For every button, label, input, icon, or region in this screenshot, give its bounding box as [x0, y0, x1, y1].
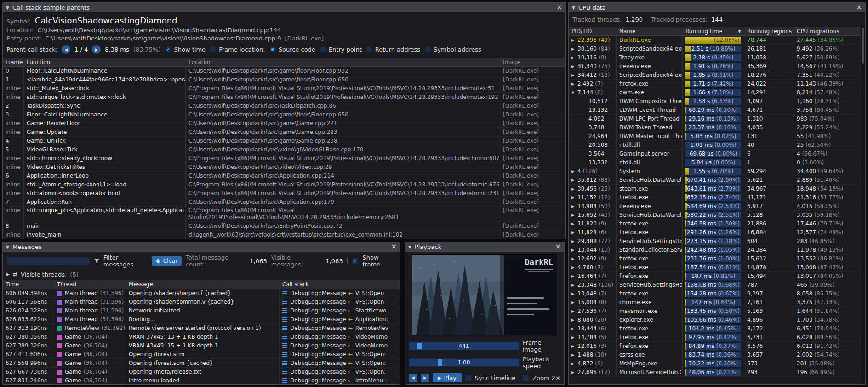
cpu-row[interactable]: ▶29,388(77)ServiceHub.SettingsHost273.15…	[569, 237, 865, 246]
expand-icon[interactable]: ▶	[571, 274, 577, 278]
cpu-row[interactable]: ▶34,412(18)ScriptedSandbox64.exe1.85 s (…	[569, 71, 865, 80]
callstack-frame-row[interactable]: inlineGame::UpdateC:\Users\wolf\Desktop\…	[3, 128, 565, 137]
expand-icon[interactable]: ▶	[571, 178, 577, 182]
message-callstack[interactable]: DebugLog::Message←VFS::Open:	[280, 350, 400, 358]
cpu-row[interactable]: 24,964DWM Master Input Thread5.03 ms (0.…	[569, 132, 865, 141]
cpu-row[interactable]: 13,132uDWM Event Thread68.29 ms (0.30%)4…	[569, 106, 865, 115]
expand-icon[interactable]: ▶	[571, 204, 577, 208]
cpu-row[interactable]: ▶8,080(20)explorer.exe105.66 ms (0.46%)4…	[569, 316, 865, 324]
show-frame-label[interactable]: Show frame	[363, 254, 396, 268]
cpu-row[interactable]: ▶1,488(10)csrss.exe83.74 ms (0.36%)3,657…	[569, 351, 865, 359]
cpu-row[interactable]: 3,748DWM Token Thread23.37 ms (0.10%)4,0…	[569, 123, 865, 132]
cpu-row[interactable]: ▶22,396(49)DarkRL.exe(12.06%)78,74427,44…	[569, 36, 865, 45]
message-row[interactable]: 627,380,356nsGame(36,704)VRAM 37x45: 13 …	[3, 333, 400, 341]
zoom-2x-label[interactable]: Zoom 2×	[532, 375, 560, 381]
prev-frame-button[interactable]: ◀	[409, 374, 417, 382]
expand-icon[interactable]: ▶	[571, 47, 577, 51]
callstack-frame-row[interactable]: inlinestd::_Atomic_storage<bool,1>::load…	[3, 180, 565, 189]
expand-icon[interactable]: ▶	[571, 344, 577, 348]
expand-icon[interactable]: ▶	[571, 239, 577, 243]
expand-icon[interactable]: ▶	[571, 187, 577, 191]
callstack-frame-row[interactable]: 6Application::InnerLoopC:\Users\wolf\Des…	[3, 172, 565, 180]
cpu-row[interactable]: 10,512DWM Compositor Thread1.53 s (6.63%…	[569, 97, 865, 106]
expand-icon[interactable]: ▶	[571, 213, 577, 217]
sync-timeline-label[interactable]: Sync timeline	[475, 375, 515, 381]
callstack-frame-row[interactable]: 7Application::RunC:\Users\wolf\Desktop\d…	[3, 198, 565, 207]
message-callstack[interactable]: DebugLog::Message←VFS::Open	[280, 298, 400, 306]
radio-entry-point-label[interactable]: Entry point	[329, 46, 362, 53]
show-frame-checkbox[interactable]	[352, 258, 359, 265]
next-frame-button[interactable]: ▶	[421, 374, 429, 382]
radio-entry-point[interactable]	[320, 46, 326, 53]
cpu-row[interactable]: ▶31,340(75)devenv.exe1.91 s (8.26%)35,36…	[569, 62, 865, 71]
column-running-regions[interactable]: Running regions	[744, 27, 794, 35]
cpu-row[interactable]: ▶4(126)System1.55 s (6.70%)69,29434,400(…	[569, 167, 865, 176]
playback-speed-slider[interactable]: 1.00	[409, 358, 519, 367]
cpu-row[interactable]: ▶16,464(7)firefox.exe187 ms (0.81%)15,49…	[569, 272, 865, 281]
message-row[interactable]: 627,558,996nsGame(36,704)Opening /forest…	[3, 359, 400, 368]
cpu-row[interactable]: 3,564GameInput server69.68 us (0.00%)64(…	[569, 150, 865, 158]
cpu-row[interactable]: ▶11,820(9)firefox.exe346.58 ms (1.50%)21…	[569, 219, 865, 228]
callstack-frame-row[interactable]: inlinestd::atomic<bool>::operator boolC:…	[3, 189, 565, 198]
column-cpu-migrations[interactable]: CPU migrations	[794, 27, 865, 35]
callstack-frame-row[interactable]: inlinestd::chrono::steady_clock::nowC:\P…	[3, 154, 565, 163]
callstack-frame-row[interactable]: inlinestd::unique_lock<std::mutex>::lock…	[3, 93, 565, 102]
expand-icon[interactable]: ▶	[571, 196, 577, 200]
cpu-row[interactable]: 13,732ntdll.dll5.84 us (0.00%)10(0.00%)	[569, 158, 865, 167]
cpu-row[interactable]: ▶13,044(10)StandardCollector.Servic242.4…	[569, 246, 865, 254]
cpu-row[interactable]: ▶14,984(50)devenv.exe584.69 ms (2.53%)6,…	[569, 202, 865, 211]
expand-icon[interactable]: ▶	[571, 169, 577, 173]
play-button[interactable]: ▶ Play	[433, 373, 462, 382]
message-row[interactable]: 606,117,568nsMain thread(31,596)Opening …	[3, 298, 400, 306]
expand-icon[interactable]: ▶	[571, 318, 577, 322]
expand-icon[interactable]: ▶	[571, 266, 577, 270]
message-callstack[interactable]: DebugLog::Message←VideoMemo	[280, 333, 400, 341]
sync-timeline-checkbox[interactable]	[465, 375, 472, 381]
clear-button[interactable]: ⊗ Clear	[152, 256, 182, 266]
collapse-icon[interactable]: ▼	[408, 245, 411, 249]
cpu-row[interactable]: ▶27,696(17)Microsoft.ServiceHub.Co48.06 …	[569, 368, 865, 377]
expand-icon[interactable]: ▶	[571, 257, 577, 261]
expand-icon[interactable]: ▶	[571, 73, 577, 77]
cpu-row[interactable]: ▶35,812(88)ServiceHub.DataWareho670.41 m…	[569, 176, 865, 185]
callstack-frame-row[interactable]: inlineVideo::GetTicksHiResC:\Users\wolf\…	[3, 163, 565, 172]
expand-icon[interactable]: ▶	[571, 309, 577, 313]
message-callstack[interactable]: DebugLog::Message←RemoteViev	[280, 324, 400, 332]
filter-input[interactable]	[6, 257, 90, 266]
callstack-frame-row[interactable]: inlineinvoke_maind:\agent\_work\63\s\src…	[3, 231, 565, 239]
expand-icon[interactable]: ▶	[571, 82, 577, 86]
cpu-row[interactable]: ▶11,152(12)firefox.exe632.15 ms (2.74%)4…	[569, 193, 865, 202]
frame-image-slider[interactable]: 441	[409, 342, 519, 350]
scrollbar-thumb[interactable]	[862, 28, 864, 64]
close-icon[interactable]: ×	[856, 4, 862, 11]
close-icon[interactable]: ×	[555, 243, 561, 250]
callstack-frame-row[interactable]: 8mainC:\Users\wolf\Desktop\darkrl\src\En…	[3, 222, 565, 231]
cpu-row[interactable]: ▶11,828(6)firefox.exe291.26 ms (1.26%)16…	[569, 228, 865, 237]
message-callstack[interactable]: DebugLog::Message←VideoMemo	[280, 341, 400, 350]
cpu-row[interactable]: 20,508ntdll.dll1.01 ms (0.00%)4025(62.50…	[569, 141, 865, 150]
cpu-row[interactable]: 4,092DWM LPC Port Thread29.16 ms (0.13%)…	[569, 115, 865, 123]
cpu-row[interactable]: ▶27,536(7)msvsmon.exe133.45 ms (0.58%)5,…	[569, 307, 865, 316]
expand-icon[interactable]: ▶	[571, 56, 577, 60]
expand-icon[interactable]: ▼	[571, 91, 577, 95]
message-row[interactable]: 626,024,328nsMain thread(31,596)Network …	[3, 306, 400, 315]
close-icon[interactable]: ×	[556, 4, 562, 11]
prev-callstack-button[interactable]: ◀	[62, 45, 70, 54]
message-row[interactable]: 626,833,622nsMain thread(31,596)Booting.…	[3, 315, 400, 324]
cpu-row[interactable]: ▶18,444(6)firefox.exe104.2 ms (0.45%)8,1…	[569, 324, 865, 333]
message-callstack[interactable]: DebugLog::Message←Application:	[280, 315, 400, 323]
collapse-icon[interactable]: ▼	[572, 6, 575, 10]
callstack-frame-row[interactable]: 0Floor::CalcLightNoLuminanceC:\Users\wol…	[3, 67, 565, 75]
cpu-row[interactable]: ▶2,492(7)firefox.exe1.71 s (7.42%)24,022…	[569, 80, 865, 88]
radio-return-address-label[interactable]: Return address	[375, 46, 420, 53]
radio-source-code-label[interactable]: Source code	[279, 46, 315, 53]
expand-icon[interactable]: ▶	[571, 362, 577, 366]
message-callstack[interactable]: DebugLog::Message←IntroMenu::	[280, 376, 400, 384]
expand-icon[interactable]: ▶	[571, 222, 577, 226]
message-callstack[interactable]: DebugLog::Message←VFS::Open:	[280, 359, 400, 367]
message-row[interactable]: 627,831,246nsGame(36,704)Intro menu load…	[3, 376, 400, 384]
cpu-row[interactable]: ▶14,784(5)firefox.exe97.95 ms (0.42%)6,7…	[569, 333, 865, 342]
cpu-row[interactable]: ▶12,692(9)firefox.exe231.76 ms (1.00%)15…	[569, 254, 865, 263]
next-callstack-button[interactable]: ▶	[92, 45, 101, 54]
radio-source-code[interactable]	[269, 46, 276, 53]
